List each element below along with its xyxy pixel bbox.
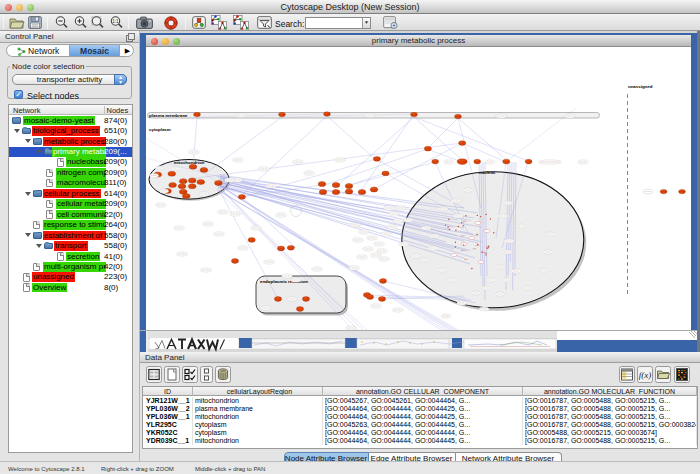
svg-text:unassigned: unassigned xyxy=(628,84,653,89)
svg-text:mitochondrion: mitochondrion xyxy=(174,160,205,165)
svg-text:f(x): f(x) xyxy=(639,370,652,380)
svg-text:nucleus: nucleus xyxy=(479,170,496,175)
svg-text:plasma membrane: plasma membrane xyxy=(149,113,188,118)
svg-text:cytoplasm: cytoplasm xyxy=(149,127,171,132)
svg-text:1:1: 1:1 xyxy=(112,19,119,24)
